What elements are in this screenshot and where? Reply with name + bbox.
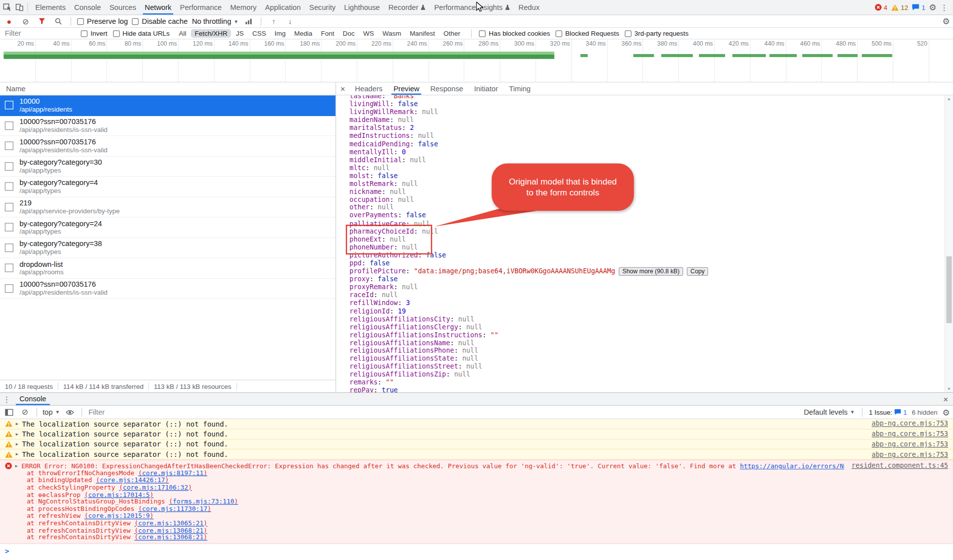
throttling-select[interactable]: No throttling ▼	[192, 17, 239, 25]
stack-source-link[interactable]: core.mjs:17106:32	[119, 483, 192, 491]
tool-tab[interactable]: Memory	[226, 0, 261, 14]
request-row[interactable]: by-category?category=4 /api/app/types	[0, 177, 336, 197]
tool-tab[interactable]: Sources	[105, 0, 140, 14]
expand-arrow-icon[interactable]: ▶	[16, 422, 18, 427]
json-property[interactable]: repPaytrue	[349, 386, 941, 392]
request-row[interactable]: 219 /api/app/service-providers/by-type	[0, 197, 336, 217]
console-filter-input[interactable]	[87, 407, 221, 417]
stack-source-link[interactable]: core.mjs:12015:9	[84, 512, 153, 519]
request-row[interactable]: by-category?category=30 /api/app/types	[0, 156, 336, 177]
invert-checkbox[interactable]: Invert	[81, 30, 107, 37]
tool-tab[interactable]: Console	[70, 0, 105, 14]
network-settings-gear-icon[interactable]: ⚙	[942, 17, 950, 25]
resource-type-pill[interactable]: Wasm	[379, 29, 405, 38]
json-property[interactable]: religiousAffiliationsInstructions""	[349, 331, 941, 339]
tool-tab[interactable]: Application	[261, 0, 305, 14]
json-property[interactable]: maritalStatus2	[349, 124, 941, 132]
request-row[interactable]: 10000?ssn=007035176 /api/app/residents/i…	[0, 116, 336, 136]
details-tab[interactable]: Initiator	[469, 83, 503, 95]
request-row[interactable]: 10000?ssn=007035176 /api/app/residents/i…	[0, 278, 336, 299]
resource-type-pill[interactable]: Img	[271, 29, 289, 38]
scrollbar-thumb[interactable]	[947, 256, 952, 323]
details-tab[interactable]: Preview	[388, 83, 425, 95]
request-row[interactable]: 10000 /api/app/residents	[0, 95, 336, 116]
console-warning-row[interactable]: ▶ The localization source separator (::)…	[0, 429, 953, 439]
json-property[interactable]: profilePicture"data:image/png;base64,iVB…	[349, 267, 941, 275]
json-property[interactable]: middleInitialnull	[349, 156, 941, 164]
checkbox[interactable]	[77, 18, 84, 24]
resource-type-pill[interactable]: CSS	[249, 29, 270, 38]
json-property[interactable]: refillWindow3	[349, 299, 941, 307]
export-har-icon[interactable]: ↓	[284, 16, 296, 27]
network-overview-timeline[interactable]: 20 ms40 ms60 ms80 ms100 ms120 ms140 ms16…	[0, 40, 953, 83]
more-options-icon[interactable]: ⋮	[940, 3, 948, 11]
import-har-icon[interactable]: ↑	[268, 16, 279, 27]
console-error-block[interactable]: ▶ ERROR Error: NG0100: ExpressionChanged…	[0, 460, 953, 544]
source-link[interactable]: abp-ng.core.mjs:753	[864, 450, 948, 458]
console-settings-gear-icon[interactable]: ⚙	[942, 408, 950, 416]
json-property[interactable]: medInstructionsnull	[349, 132, 941, 140]
blocked-requests-checkbox[interactable]: Blocked Requests	[555, 30, 619, 37]
stack-source-link[interactable]: core.mjs:14426:17	[96, 476, 169, 484]
json-property[interactable]: mentallyIll0	[349, 148, 941, 156]
json-property[interactable]: molstRemarknull	[349, 180, 941, 187]
tool-tab[interactable]: Performance insights	[430, 0, 514, 14]
json-property[interactable]: phoneNumbernull	[349, 244, 941, 251]
stack-source-link[interactable]: core.mjs:11730:17	[138, 505, 211, 512]
error-count-badge[interactable]: 4	[875, 3, 887, 11]
network-conditions-icon[interactable]	[243, 16, 255, 27]
json-property[interactable]: religiousAffiliationsCitynull	[349, 315, 941, 323]
request-row[interactable]: dropdown-list /api/app/rooms	[0, 258, 336, 278]
json-property[interactable]: phoneExtnull	[349, 236, 941, 244]
details-tab[interactable]: Response	[425, 83, 469, 95]
resource-type-pill[interactable]: WS	[359, 29, 377, 38]
third-party-requests-checkbox[interactable]: 3rd-party requests	[624, 30, 688, 37]
request-row[interactable]: by-category?category=38 /api/app/types	[0, 238, 336, 258]
json-property[interactable]: nicknamenull	[349, 188, 941, 196]
resource-type-pill[interactable]: JS	[232, 29, 247, 38]
search-icon[interactable]	[52, 16, 64, 27]
settings-gear-icon[interactable]: ⚙	[929, 3, 937, 11]
json-property[interactable]: religiousAffiliationsClergynull	[349, 323, 941, 331]
show-more-button[interactable]: Show more (90.8 kB)	[619, 267, 683, 276]
clear-network-log-button[interactable]: ⊘	[19, 16, 31, 27]
request-row[interactable]: 10000?ssn=007035176 /api/app/residents/i…	[0, 136, 336, 156]
issues-counter-button[interactable]: 1 Issue: 1	[869, 408, 907, 416]
tool-tab[interactable]: Recorder	[384, 0, 430, 14]
checkbox[interactable]	[81, 30, 87, 37]
json-property[interactable]: remarks""	[349, 378, 941, 386]
close-drawer-icon[interactable]: ×	[939, 393, 953, 405]
resource-type-pill[interactable]: All	[175, 29, 190, 38]
json-property[interactable]: religiousAffiliationsStreetnull	[349, 363, 941, 371]
checkbox[interactable]	[624, 30, 631, 37]
warning-count-badge[interactable]: 12	[891, 3, 908, 11]
json-property[interactable]: molstfalse	[349, 172, 941, 180]
json-property[interactable]: religiousAffiliationsZipnull	[349, 371, 941, 378]
clear-console-icon[interactable]: ⊘	[19, 407, 31, 418]
json-property[interactable]: maidenNamenull	[349, 116, 941, 124]
expand-arrow-icon[interactable]: ▶	[15, 463, 18, 468]
stack-source-link[interactable]: forms.mjs:73:110	[169, 498, 238, 505]
json-property[interactable]: mltcnull	[349, 164, 941, 172]
json-property[interactable]: raceIdnull	[349, 291, 941, 299]
resource-type-pill[interactable]: Manifest	[406, 29, 439, 38]
resource-type-pill[interactable]: Other	[440, 29, 464, 38]
filter-funnel-icon[interactable]	[36, 16, 48, 27]
stack-source-link[interactable]: core.mjs:13065:21	[135, 519, 207, 527]
hide-data-urls-checkbox[interactable]: Hide data URLs	[113, 30, 170, 37]
source-link[interactable]: abp-ng.core.mjs:753	[864, 440, 948, 448]
request-row[interactable]: by-category?category=24 /api/app/types	[0, 217, 336, 238]
json-property[interactable]: livingWillfalse	[349, 100, 941, 108]
json-property[interactable]: religiousAffiliationsNamenull	[349, 339, 941, 347]
issues-badge[interactable]: 1	[912, 3, 925, 11]
json-property[interactable]: religiousAffiliationsStatenull	[349, 355, 941, 363]
json-property[interactable]: proxyRemarknull	[349, 283, 941, 291]
checkbox[interactable]	[113, 30, 119, 37]
resource-type-pill[interactable]: Media	[290, 29, 316, 38]
details-scrollbar[interactable]: ▲ ▼	[945, 95, 953, 392]
checkbox[interactable]	[479, 30, 485, 37]
details-tab[interactable]: Timing	[503, 83, 536, 95]
tool-tab[interactable]: Redux	[514, 0, 544, 14]
console-warning-row[interactable]: ▶ The localization source separator (::)…	[0, 450, 953, 460]
tool-tab[interactable]: Network	[140, 0, 176, 14]
